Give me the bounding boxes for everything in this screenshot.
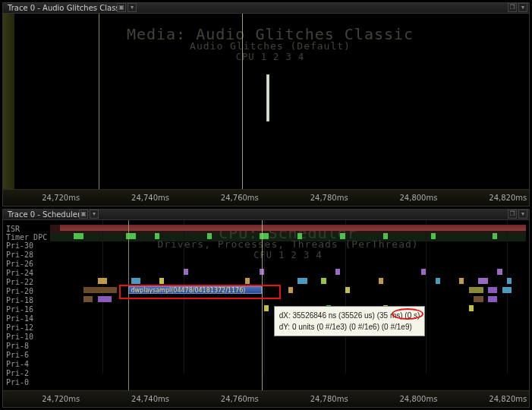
priority-row-label: Pri-14 xyxy=(6,314,33,323)
gridline xyxy=(345,220,346,374)
thread-segment[interactable] xyxy=(421,269,426,275)
audio-glitch-graph[interactable]: Media: Audio Glitches Classic Audio Glit… xyxy=(14,14,526,189)
row-labels: ISRTimer DPCPri-30Pri-28Pri-26Pri-24Pri-… xyxy=(3,220,50,390)
audio-glitches-panel: Trace 0 - Audio Glitches Classic ▣ ▾ ❐ ▾… xyxy=(2,2,530,207)
thread-segment[interactable] xyxy=(469,287,483,293)
thread-segment[interactable] xyxy=(502,287,512,293)
thread-segment[interactable] xyxy=(260,233,269,239)
time-axis[interactable]: 24,720ms24,740ms24,760ms24,780ms24,800ms… xyxy=(3,189,529,206)
gridline xyxy=(426,220,427,374)
time-tick: 24,760ms xyxy=(221,194,259,202)
time-tick: 24,760ms xyxy=(221,395,259,403)
thread-segment[interactable] xyxy=(264,305,269,311)
highlight-annotation-ellipse xyxy=(392,308,423,320)
thread-segment[interactable] xyxy=(245,278,250,284)
panel-title: Trace 0 - Scheduler xyxy=(8,210,80,219)
thread-segment[interactable] xyxy=(155,233,159,239)
cursor-start[interactable] xyxy=(128,220,129,390)
thread-segment[interactable] xyxy=(184,269,188,275)
panel-close-icon[interactable]: ▾ xyxy=(518,210,527,219)
audio-glitch-event[interactable] xyxy=(266,74,269,121)
priority-row-label: Pri-26 xyxy=(6,260,33,268)
priority-row-label: Pri-20 xyxy=(6,287,33,295)
priority-row-label: Pri-6 xyxy=(6,351,29,359)
panel-title: Trace 0 - Audio Glitches Classic xyxy=(8,4,126,12)
priority-row-label: Pri-18 xyxy=(6,296,33,304)
thread-segment[interactable] xyxy=(321,278,326,284)
cursor-end[interactable] xyxy=(262,220,263,390)
gridline xyxy=(507,220,508,374)
thread-segment[interactable] xyxy=(131,278,141,284)
thread-segment[interactable] xyxy=(297,233,302,239)
thread-segment[interactable] xyxy=(60,225,526,231)
priority-row-label: ISR xyxy=(6,225,20,233)
panel-menu-icon[interactable]: ▾ xyxy=(90,210,99,219)
time-tick: 24,780ms xyxy=(310,194,348,202)
thread-segment[interactable] xyxy=(478,278,488,284)
thread-segment[interactable] xyxy=(497,269,502,275)
thread-segment[interactable] xyxy=(335,269,340,275)
panel-pin-icon[interactable]: ▣ xyxy=(117,3,126,12)
priority-row-label: Pri-10 xyxy=(6,333,33,341)
thread-segment[interactable] xyxy=(469,305,474,311)
thread-segment[interactable] xyxy=(297,278,307,284)
time-tick: 24,800ms xyxy=(399,395,437,403)
time-tick: 24,740ms xyxy=(131,194,169,202)
gutter xyxy=(3,14,14,189)
row-stripe xyxy=(50,233,526,241)
time-axis[interactable]: 24,720ms24,740ms24,760ms24,780ms24,800ms… xyxy=(3,390,529,407)
thread-segment[interactable] xyxy=(340,233,345,239)
thread-segment[interactable] xyxy=(159,278,164,284)
cursor-end[interactable] xyxy=(242,14,243,189)
priority-row-label: Pri-2 xyxy=(6,369,29,377)
cursor-start[interactable] xyxy=(99,14,99,189)
thread-segment[interactable] xyxy=(493,233,497,239)
priority-row-label: Pri-4 xyxy=(6,360,29,368)
time-tick: 24,820ms xyxy=(489,395,527,403)
thread-segment[interactable] xyxy=(474,296,483,302)
thread-segment[interactable] xyxy=(379,278,383,284)
thread-segment[interactable] xyxy=(431,233,436,239)
thread-segment[interactable] xyxy=(126,233,136,239)
watermark-sub: Audio Glitches (Default) xyxy=(14,40,526,52)
panel-close-icon[interactable]: ▾ xyxy=(518,3,527,12)
priority-row-label: Pri-28 xyxy=(6,251,33,259)
time-tick: 24,740ms xyxy=(131,395,169,403)
thread-segment[interactable] xyxy=(459,278,464,284)
priority-row-label: Pri-16 xyxy=(6,305,33,314)
priority-row-label: Timer DPC xyxy=(6,233,47,241)
time-tick: 24,780ms xyxy=(310,395,348,403)
scheduler-graph[interactable]: CPU: Scheduler Drivers, Processes, Threa… xyxy=(50,220,526,390)
panel-header-bottom[interactable]: Trace 0 - Scheduler ▣ ▾ ❐ ▾ xyxy=(3,210,529,220)
time-tick: 24,820ms xyxy=(489,194,527,202)
thread-segment[interactable] xyxy=(288,287,293,293)
watermark-title: Media: Audio Glitches Classic xyxy=(14,25,526,43)
thread-segment[interactable] xyxy=(436,278,440,284)
thread-segment[interactable] xyxy=(207,233,212,239)
thread-segment[interactable] xyxy=(98,296,112,302)
thread-segment[interactable] xyxy=(488,287,498,293)
thread-segment[interactable] xyxy=(507,278,512,284)
thread-segment[interactable] xyxy=(83,287,117,293)
thread-segment[interactable] xyxy=(345,287,350,293)
highlight-annotation-box xyxy=(119,285,281,299)
panel-pin-icon[interactable]: ▣ xyxy=(79,210,88,219)
watermark-cpu: CPU 1 2 3 4 xyxy=(50,250,526,260)
panel-restore-icon[interactable]: ❐ xyxy=(508,210,517,219)
thread-segment[interactable] xyxy=(74,233,83,239)
watermark-cpu: CPU 1 2 3 4 xyxy=(14,52,526,62)
priority-row-label: Pri-8 xyxy=(6,342,29,350)
panel-menu-icon[interactable]: ▾ xyxy=(127,3,137,12)
scheduler-panel: Trace 0 - Scheduler ▣ ▾ ❐ ▾ ISRTimer DPC… xyxy=(2,209,530,408)
panel-header-top[interactable]: Trace 0 - Audio Glitches Classic ▣ ▾ ❐ ▾ xyxy=(3,3,529,14)
priority-row-label: Pri-0 xyxy=(6,378,29,386)
time-tick: 24,720ms xyxy=(42,395,80,403)
thread-segment[interactable] xyxy=(383,233,388,239)
time-tick: 24,720ms xyxy=(42,194,80,202)
panel-restore-icon[interactable]: ❐ xyxy=(508,3,517,12)
priority-row-label: Pri-30 xyxy=(6,241,33,250)
thread-segment[interactable] xyxy=(83,296,93,302)
thread-segment[interactable] xyxy=(488,296,498,302)
thread-segment[interactable] xyxy=(98,278,108,284)
priority-row-label: Pri-12 xyxy=(6,323,33,332)
